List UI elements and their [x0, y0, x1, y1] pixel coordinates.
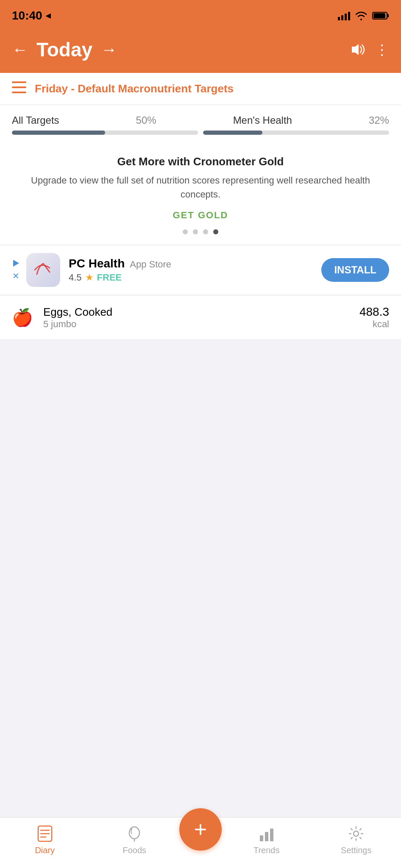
food-list: 🍎 Eggs, Cooked 5 jumbo 488.3 kcal: [0, 296, 401, 339]
tab-foods-label: Foods: [123, 846, 146, 855]
tab-bar: Diary Foods + Trends Settings: [0, 817, 401, 868]
header-nav: ← Today →: [12, 38, 117, 61]
tab-diary-label: Diary: [35, 846, 55, 855]
svg-rect-6: [12, 92, 26, 93]
hamburger-menu-icon[interactable]: [12, 81, 26, 96]
ad-name-row: PC Health App Store: [69, 257, 321, 270]
diary-icon: [36, 824, 54, 843]
pc-health-logo: [31, 257, 56, 283]
svg-rect-15: [270, 829, 273, 841]
all-targets-pct: 50%: [136, 114, 156, 126]
status-time: 10:40 ◂: [12, 9, 50, 22]
food-item-info: Eggs, Cooked 5 jumbo: [43, 306, 359, 330]
carousel-dot-2: [193, 229, 198, 234]
targets-section: All Targets 50% Men's Health 32%: [0, 105, 401, 151]
add-fab-button[interactable]: +: [179, 808, 222, 851]
tab-foods[interactable]: Foods: [90, 824, 180, 855]
food-item-serving: 5 jumbo: [43, 319, 359, 330]
carousel-dot-1: [183, 229, 188, 234]
tab-add[interactable]: +: [179, 829, 222, 851]
speaker-icon[interactable]: [349, 42, 365, 57]
svg-point-16: [354, 831, 359, 836]
mens-health-label: Men's Health: [233, 114, 292, 126]
battery-icon: [372, 11, 389, 20]
location-icon: ◂: [46, 10, 50, 21]
svg-marker-3: [352, 44, 359, 55]
time-display: 10:40: [12, 9, 42, 22]
tab-trends[interactable]: Trends: [222, 824, 312, 855]
ad-banner[interactable]: ✕ PC Health App Store 4.5 ★ FREE INSTALL: [0, 245, 401, 295]
header-actions: ⋮: [349, 41, 389, 58]
food-item-icon: 🍎: [12, 308, 33, 328]
carousel-dot-4: [213, 229, 218, 234]
ad-rating-row: 4.5 ★ FREE: [69, 272, 321, 283]
mens-health-pct: 32%: [369, 114, 389, 126]
gold-promo-section: Get More with Cronometer Gold Upgrade to…: [0, 151, 401, 245]
ad-info: PC Health App Store 4.5 ★ FREE: [69, 257, 321, 283]
targets-row: All Targets 50% Men's Health 32%: [12, 114, 389, 126]
page-title: Today: [36, 38, 92, 61]
settings-icon: [347, 824, 365, 843]
svg-rect-5: [12, 86, 26, 88]
status-bar: 10:40 ◂: [0, 0, 401, 30]
tab-settings[interactable]: Settings: [312, 824, 401, 855]
signal-bar-1: [338, 17, 340, 20]
status-icons: [338, 11, 389, 20]
food-item[interactable]: 🍎 Eggs, Cooked 5 jumbo 488.3 kcal: [0, 296, 401, 339]
more-menu-button[interactable]: ⋮: [375, 41, 389, 58]
ad-controls: ✕: [12, 259, 19, 281]
signal-bar-4: [348, 12, 350, 20]
back-button[interactable]: ←: [12, 41, 28, 59]
header: ← Today → ⋮: [0, 30, 401, 73]
ad-play-icon[interactable]: [12, 259, 19, 269]
signal-bars: [338, 11, 350, 20]
all-targets-progress-bg: [12, 131, 198, 135]
all-targets-label: All Targets: [12, 114, 59, 126]
tab-settings-label: Settings: [341, 846, 371, 855]
tab-diary[interactable]: Diary: [0, 824, 90, 855]
mens-health-progress-bg: [203, 131, 389, 135]
ad-app-source: App Store: [130, 259, 171, 270]
all-targets-progress-fill: [12, 131, 105, 135]
main-content-area: [0, 339, 401, 636]
install-button[interactable]: INSTALL: [321, 258, 389, 282]
ad-close-icon[interactable]: ✕: [12, 271, 19, 281]
svg-rect-2: [373, 13, 385, 18]
signal-bar-3: [345, 14, 347, 20]
food-calorie-value: 488.3: [359, 305, 389, 319]
ad-rating-value: 4.5: [69, 272, 82, 283]
svg-rect-1: [387, 14, 389, 17]
food-item-name: Eggs, Cooked: [43, 306, 359, 319]
ad-app-icon: [26, 253, 60, 287]
get-gold-button[interactable]: GET GOLD: [12, 210, 389, 221]
add-fab-icon: +: [194, 818, 207, 840]
food-calorie-unit: kcal: [373, 319, 389, 329]
signal-bar-2: [341, 15, 343, 20]
gold-promo-description: Upgrade to view the full set of nutritio…: [12, 173, 389, 201]
ad-star-icon: ★: [85, 272, 94, 283]
progress-bars: [12, 131, 389, 135]
day-header: Friday - Default Macronutrient Targets: [0, 73, 401, 105]
svg-rect-13: [260, 835, 263, 841]
trends-icon: [257, 824, 276, 843]
ad-price-label: FREE: [97, 272, 122, 283]
tab-trends-label: Trends: [253, 846, 280, 855]
svg-marker-7: [13, 260, 19, 267]
ad-app-name: PC Health: [69, 257, 125, 270]
wifi-icon: [355, 11, 367, 20]
day-title-text: Friday - Default Macronutrient Targets: [35, 82, 234, 95]
foods-icon: [125, 824, 144, 843]
svg-rect-4: [12, 81, 26, 83]
food-item-calories: 488.3 kcal: [359, 305, 389, 330]
mens-health-progress-fill: [203, 131, 262, 135]
gold-promo-title: Get More with Cronometer Gold: [12, 155, 389, 168]
forward-button[interactable]: →: [101, 41, 117, 59]
carousel-dot-3: [203, 229, 208, 234]
svg-rect-14: [265, 832, 268, 841]
carousel-dots: [12, 229, 389, 234]
